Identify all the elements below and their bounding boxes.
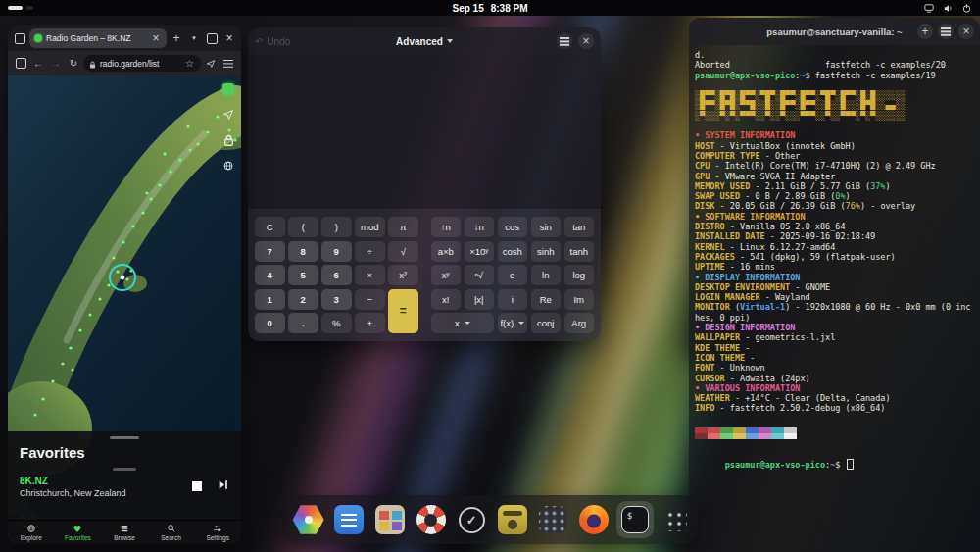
browser-tab[interactable]: Radio Garden – 8K.NZ: [29, 28, 167, 48]
calc-button-0[interactable]: 0: [255, 313, 285, 333]
bookmarks-icon[interactable]: [12, 30, 27, 46]
terminal-headerbar[interactable]: psaumur@sanctuary-vanilla: ~: [689, 18, 980, 45]
skip-next-button[interactable]: [217, 477, 229, 495]
dock-icon-firefox[interactable]: [575, 501, 612, 538]
system-tray[interactable]: [923, 3, 972, 14]
calc-button-abs[interactable]: |x|: [465, 289, 495, 310]
calc-button-subtract[interactable]: −: [355, 289, 385, 310]
calc-button-arg[interactable]: Arg: [564, 313, 595, 333]
calc-button-log[interactable]: log: [564, 265, 595, 285]
menu-button[interactable]: [557, 33, 572, 49]
calc-button-xsquared[interactable]: x²: [388, 265, 418, 285]
bookmark-star-icon[interactable]: [184, 58, 195, 69]
calc-button-xpowy[interactable]: xʸ: [431, 265, 462, 285]
map-layers-button[interactable]: [220, 81, 236, 97]
terminal-header-buttons: [917, 24, 974, 39]
calc-button-equals[interactable]: =: [388, 289, 418, 334]
forward-button[interactable]: [48, 56, 64, 72]
calc-button-factorial[interactable]: x!: [431, 289, 462, 310]
nav-item-settings[interactable]: Settings: [194, 521, 241, 544]
calc-button-euler[interactable]: e: [498, 265, 528, 285]
calc-button-3[interactable]: 3: [321, 289, 352, 310]
calc-button-tanh[interactable]: tanh: [564, 241, 595, 262]
dock-icon-terminal[interactable]: [616, 501, 654, 538]
dock-icon-software-store[interactable]: [290, 501, 327, 538]
calc-button-function[interactable]: f(x): [498, 313, 528, 333]
calc-button-nroot[interactable]: ⁿ√: [465, 265, 495, 285]
nav-item-favorites[interactable]: Favorites: [55, 521, 102, 544]
nav-item-search[interactable]: Search: [148, 521, 195, 544]
calc-button-superscript[interactable]: ↑n: [431, 217, 462, 237]
menu-button[interactable]: [938, 24, 954, 39]
reload-button[interactable]: [66, 56, 81, 72]
share-icon[interactable]: [203, 56, 219, 72]
nav-item-browse[interactable]: Browse: [101, 521, 148, 544]
dock-icon-help[interactable]: [413, 501, 450, 538]
calc-button-9[interactable]: 9: [321, 241, 352, 262]
calc-button-subscript[interactable]: ↓n: [465, 217, 495, 237]
dock-icon-radio[interactable]: [494, 501, 531, 538]
calc-button-clear[interactable]: C: [255, 217, 285, 237]
calc-button-variable-x[interactable]: x: [431, 313, 495, 333]
tab-list-chevron-icon[interactable]: [186, 30, 202, 46]
dock-icon-apps-tile[interactable]: [534, 501, 571, 538]
calc-button-7[interactable]: 7: [255, 241, 285, 262]
map-canvas[interactable]: Favorites 8K.NZ Christchurch, New Zealan…: [8, 75, 241, 544]
nav-item-explore[interactable]: Explore: [8, 521, 55, 544]
new-tab-button[interactable]: [917, 24, 933, 39]
tab-close-icon[interactable]: [150, 32, 162, 44]
calc-button-divide[interactable]: ÷: [355, 241, 385, 262]
mode-dropdown[interactable]: Advanced: [396, 36, 453, 47]
calc-button-mod[interactable]: mod: [355, 217, 385, 237]
address-bar[interactable]: radio.garden/list: [83, 55, 201, 72]
calc-button-conj[interactable]: conj: [531, 313, 562, 333]
calculator-display[interactable]: [248, 55, 601, 210]
close-button[interactable]: [958, 24, 974, 39]
dock-icon-docs[interactable]: [330, 501, 368, 538]
calc-button-2[interactable]: 2: [288, 289, 318, 310]
calc-button-5[interactable]: 5: [288, 265, 318, 285]
undo-button[interactable]: Undo: [255, 36, 290, 47]
calc-button-im[interactable]: Im: [564, 289, 595, 310]
terminal-screen[interactable]: d.Aborted fastfetch -c examples/20psaumu…: [689, 45, 980, 485]
calc-button-sinh[interactable]: sinh: [531, 241, 562, 262]
globe-button[interactable]: [220, 158, 236, 174]
calc-button-cosh[interactable]: cosh: [498, 241, 528, 262]
tab-overview-button[interactable]: [204, 30, 220, 46]
pages-button[interactable]: [13, 56, 28, 72]
calc-button-percent[interactable]: %: [321, 313, 352, 333]
calc-button-paren-close[interactable]: ): [321, 217, 352, 237]
calc-button-cos[interactable]: cos: [498, 217, 528, 237]
new-tab-button[interactable]: [169, 30, 184, 46]
calc-button-exp10[interactable]: ×10ʸ: [465, 241, 495, 262]
calc-button-6[interactable]: 6: [321, 265, 352, 285]
back-button[interactable]: [30, 56, 46, 72]
calc-button-add[interactable]: +: [355, 313, 385, 333]
close-button[interactable]: [578, 33, 594, 49]
menu-button[interactable]: [220, 56, 236, 72]
lock-button[interactable]: [220, 132, 236, 148]
calc-button-re[interactable]: Re: [531, 289, 562, 310]
calc-button-8[interactable]: 8: [288, 241, 318, 262]
dock-icon-updates[interactable]: [453, 501, 490, 538]
calc-button-decimal[interactable]: .: [288, 313, 318, 333]
calc-button-imaginary[interactable]: i: [498, 289, 528, 310]
calc-button-4[interactable]: 4: [255, 265, 285, 285]
calc-button-multiply[interactable]: ×: [355, 265, 385, 285]
calc-button-factorize[interactable]: a×b: [431, 241, 462, 262]
calc-button-sqrt[interactable]: √: [388, 241, 418, 262]
dock-icon-photos[interactable]: [371, 501, 409, 538]
workspace-indicator[interactable]: [8, 6, 33, 11]
stop-button[interactable]: [192, 481, 202, 491]
calc-button-ln[interactable]: ln: [531, 265, 562, 285]
calc-button-1[interactable]: 1: [255, 289, 285, 310]
calc-button-sin[interactable]: sin: [531, 217, 562, 237]
calc-button-paren-open[interactable]: (: [288, 217, 318, 237]
dock-icon-app-grid[interactable]: [657, 501, 694, 538]
clock[interactable]: Sep 15 8:38 PM: [452, 3, 527, 14]
station-row[interactable]: 8K.NZ Christchurch, New Zealand: [8, 471, 241, 498]
window-close-button[interactable]: [221, 30, 237, 46]
locate-button[interactable]: [220, 107, 236, 123]
calc-button-tan[interactable]: tan: [564, 217, 595, 237]
calc-button-pi[interactable]: π: [388, 217, 418, 237]
